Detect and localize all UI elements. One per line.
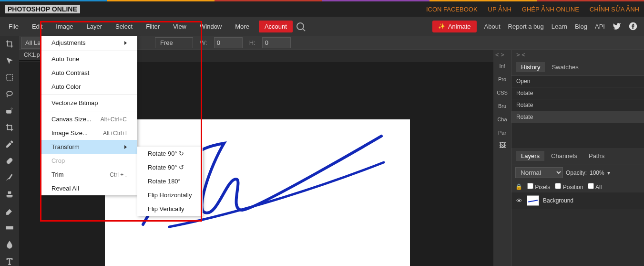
side-tabs: < > Inf Pro CSS Bru Cha Par 🖼 [493, 50, 511, 266]
search-icon[interactable] [296, 22, 304, 30]
lock-pixels[interactable]: Pixels [527, 183, 550, 191]
transform-rotate-90-cw[interactable]: Rotate 90° ↻ [137, 147, 203, 160]
image-icon[interactable]: 🖼 [493, 141, 511, 149]
link-learn[interactable]: Learn [552, 23, 567, 30]
lock-row: 🔒 Pixels Position All [511, 181, 644, 192]
transform-rotate-180[interactable]: Rotate 180° [137, 174, 203, 188]
link-blog[interactable]: Blog [575, 23, 587, 30]
menu-layer[interactable]: Layer [80, 18, 109, 35]
link-api[interactable]: API [595, 23, 605, 30]
move-tool-icon[interactable] [4, 55, 15, 65]
menu-more[interactable]: More [228, 18, 256, 35]
image-trim[interactable]: TrimCtrl + . [41, 168, 137, 181]
crop-tool-icon[interactable] [4, 39, 15, 49]
animate-button[interactable]: ✨ Animate [432, 21, 477, 32]
w-label: W: [200, 39, 207, 46]
visibility-icon[interactable]: 👁 [515, 197, 523, 204]
image-crop: Crop [41, 154, 137, 168]
sidetab-css[interactable]: CSS [493, 86, 511, 99]
blur-tool-icon[interactable] [4, 239, 15, 249]
sidetab-arrows[interactable]: < > [493, 50, 511, 59]
image-canvas-size[interactable]: Canvas Size...Alt+Ctrl+C [41, 112, 137, 126]
image-auto-tone[interactable]: Auto Tone [41, 52, 137, 66]
link-report[interactable]: Report a bug [508, 23, 544, 30]
type-tool-icon[interactable] [4, 256, 15, 266]
gradient-tool-icon[interactable] [4, 223, 15, 233]
opacity-label: Opacity: [566, 170, 587, 176]
lock-icon: 🔒 [515, 183, 522, 190]
menu-edit[interactable]: Edit [25, 18, 49, 35]
lasso-tool-icon[interactable] [4, 89, 15, 99]
image-reveal-all[interactable]: Reveal All [41, 181, 137, 195]
link-about[interactable]: About [484, 23, 501, 30]
label: Adjustments [51, 39, 86, 46]
w-field[interactable]: 0 [214, 37, 243, 48]
menu-file[interactable]: File [2, 18, 25, 35]
menu-account[interactable]: Account [259, 21, 293, 32]
sidetab-bru[interactable]: Bru [493, 99, 511, 113]
quick-select-tool-icon[interactable] [4, 106, 15, 116]
h-label: H: [249, 39, 256, 46]
heal-tool-icon[interactable] [4, 156, 15, 166]
link-up-anh[interactable]: UP ẢNH [488, 6, 511, 13]
history-row[interactable]: Rotate [511, 87, 644, 99]
menu-select[interactable]: Select [109, 18, 139, 35]
image-adjustments[interactable]: Adjustments [41, 36, 137, 50]
aspect-free[interactable]: Free [155, 37, 193, 48]
opacity-chevron-icon[interactable]: ▾ [607, 170, 610, 176]
tab-channels[interactable]: Channels [546, 151, 582, 161]
facebook-icon[interactable] [629, 22, 637, 31]
link-chinh-sua[interactable]: CHỈNH SỬA ẢNH [590, 6, 639, 13]
transform-flip-v[interactable]: Flip Vertically [137, 202, 203, 216]
crop2-tool-icon[interactable] [4, 122, 15, 132]
opacity-value[interactable]: 100% [590, 170, 604, 176]
history-row[interactable]: Open [511, 75, 644, 87]
panel-arrows[interactable]: > < [511, 50, 644, 59]
image-auto-contrast[interactable]: Auto Contrast [41, 66, 137, 80]
menu-bar: File Edit Image Layer Select Filter View… [0, 17, 644, 36]
tab-layers[interactable]: Layers [516, 151, 544, 161]
tab-swatches[interactable]: Swatches [547, 62, 583, 72]
sidetab-par[interactable]: Par [493, 126, 511, 139]
tab-paths[interactable]: Paths [584, 151, 609, 161]
image-dropdown: Adjustments Auto Tone Auto Contrast Auto… [41, 36, 137, 195]
twitter-icon[interactable] [613, 22, 621, 31]
layer-name: Background [543, 197, 573, 204]
image-image-size[interactable]: Image Size...Alt+Ctrl+I [41, 126, 137, 140]
link-ghep-anh[interactable]: GHÉP ẢNH ONLINE [522, 6, 579, 13]
history-row[interactable]: Rotate [511, 99, 644, 111]
menu-filter[interactable]: Filter [139, 18, 166, 35]
history-row[interactable]: Rotate [511, 111, 644, 123]
menu-image[interactable]: Image [49, 18, 80, 35]
link-icon-facebook[interactable]: ICON FACEBOOK [426, 6, 478, 13]
history-panel-head: History Swatches [511, 59, 644, 75]
blend-mode-select[interactable]: Normal [515, 167, 563, 178]
transform-flip-h[interactable]: Flip Horizontally [137, 188, 203, 202]
eyedropper-tool-icon[interactable] [4, 139, 15, 149]
svg-rect-1 [7, 74, 12, 80]
image-transform[interactable]: Transform [41, 140, 137, 154]
sidetab-inf[interactable]: Inf [493, 59, 511, 73]
sidetab-cha[interactable]: Cha [493, 113, 511, 126]
svg-rect-5 [6, 157, 13, 164]
layer-options-bar: Normal Opacity: 100% ▾ [511, 164, 644, 181]
image-vectorize[interactable]: Vectorize Bitmap [41, 96, 137, 110]
eraser-tool-icon[interactable] [4, 206, 15, 216]
menu-view[interactable]: View [166, 18, 193, 35]
image-auto-color[interactable]: Auto Color [41, 80, 137, 94]
stamp-tool-icon[interactable] [4, 189, 15, 199]
animate-label: Animate [448, 23, 471, 30]
transform-rotate-90-ccw[interactable]: Rotate 90° ↺ [137, 160, 203, 174]
lock-all[interactable]: All [588, 183, 602, 191]
svg-point-4 [11, 108, 12, 109]
tab-history[interactable]: History [516, 62, 545, 72]
brand-label: PHOTOSHOP ONLINE [5, 5, 80, 13]
h-field[interactable]: 0 [262, 37, 291, 48]
lock-position[interactable]: Position [555, 183, 583, 191]
menu-window[interactable]: Window [193, 18, 228, 35]
tool-bar [0, 36, 19, 266]
layer-row[interactable]: 👁 Background [511, 192, 644, 209]
marquee-tool-icon[interactable] [4, 72, 15, 82]
brush-tool-icon[interactable] [4, 172, 15, 182]
sidetab-pro[interactable]: Pro [493, 73, 511, 86]
